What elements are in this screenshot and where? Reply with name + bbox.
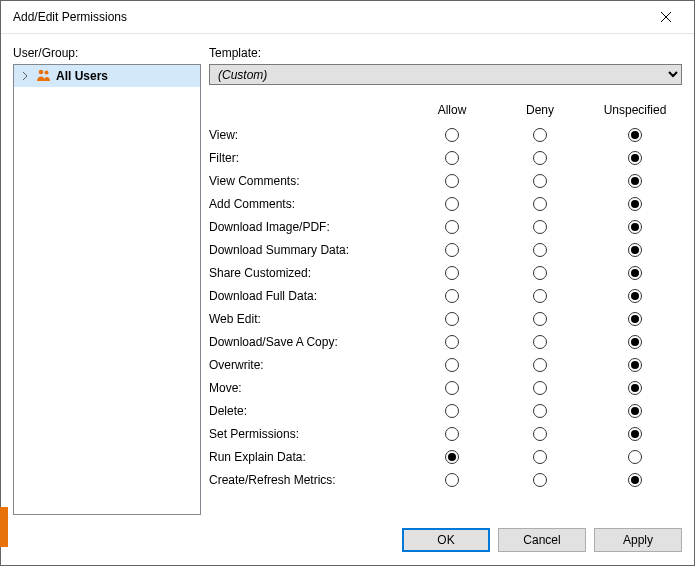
permission-name: Share Customized: bbox=[209, 266, 412, 280]
permission-name: Download Full Data: bbox=[209, 289, 412, 303]
permission-row: Download Full Data: bbox=[209, 284, 682, 307]
permission-name: Overwrite: bbox=[209, 358, 412, 372]
column-header-allow: Allow bbox=[412, 103, 492, 117]
permission-row: Download Summary Data: bbox=[209, 238, 682, 261]
permission-row: Move: bbox=[209, 376, 682, 399]
radio-unspec[interactable] bbox=[628, 404, 642, 418]
radio-deny[interactable] bbox=[533, 404, 547, 418]
radio-deny[interactable] bbox=[533, 358, 547, 372]
permissions-table: Allow Deny Unspecified View:Filter:View … bbox=[209, 103, 682, 491]
permission-row: View Comments: bbox=[209, 169, 682, 192]
radio-allow[interactable] bbox=[445, 289, 459, 303]
radio-unspec[interactable] bbox=[628, 151, 642, 165]
permission-row: Delete: bbox=[209, 399, 682, 422]
radio-deny[interactable] bbox=[533, 381, 547, 395]
dialog-footer: OK Cancel Apply bbox=[1, 515, 694, 565]
apply-button[interactable]: Apply bbox=[594, 528, 682, 552]
svg-point-3 bbox=[45, 70, 49, 74]
permissions-panel: Template: (Custom) Allow Deny Unspecifie… bbox=[209, 46, 682, 515]
radio-deny[interactable] bbox=[533, 243, 547, 257]
radio-deny[interactable] bbox=[533, 266, 547, 280]
radio-unspec[interactable] bbox=[628, 128, 642, 142]
radio-unspec[interactable] bbox=[628, 473, 642, 487]
chevron-right-icon[interactable] bbox=[18, 69, 32, 83]
radio-unspec[interactable] bbox=[628, 243, 642, 257]
tree-item-label: All Users bbox=[56, 69, 108, 83]
radio-deny[interactable] bbox=[533, 473, 547, 487]
dialog-title: Add/Edit Permissions bbox=[9, 10, 646, 24]
radio-unspec[interactable] bbox=[628, 312, 642, 326]
radio-deny[interactable] bbox=[533, 427, 547, 441]
close-button[interactable] bbox=[646, 3, 686, 31]
radio-allow[interactable] bbox=[445, 174, 459, 188]
radio-unspec[interactable] bbox=[628, 427, 642, 441]
permission-row: Share Customized: bbox=[209, 261, 682, 284]
radio-deny[interactable] bbox=[533, 151, 547, 165]
radio-allow[interactable] bbox=[445, 197, 459, 211]
radio-deny[interactable] bbox=[533, 312, 547, 326]
accent-strip bbox=[0, 507, 8, 547]
dialog-body: User/Group: All Users Template: (Custom) bbox=[1, 34, 694, 515]
close-icon bbox=[661, 12, 671, 22]
radio-unspec[interactable] bbox=[628, 450, 642, 464]
radio-allow[interactable] bbox=[445, 312, 459, 326]
radio-deny[interactable] bbox=[533, 335, 547, 349]
permissions-rows: View:Filter:View Comments:Add Comments:D… bbox=[209, 123, 682, 491]
permission-name: Move: bbox=[209, 381, 412, 395]
radio-deny[interactable] bbox=[533, 174, 547, 188]
radio-allow[interactable] bbox=[445, 266, 459, 280]
radio-allow[interactable] bbox=[445, 243, 459, 257]
permission-name: Create/Refresh Metrics: bbox=[209, 473, 412, 487]
tree-item-all-users[interactable]: All Users bbox=[14, 65, 200, 87]
radio-deny[interactable] bbox=[533, 289, 547, 303]
radio-unspec[interactable] bbox=[628, 358, 642, 372]
radio-unspec[interactable] bbox=[628, 289, 642, 303]
user-group-panel: User/Group: All Users bbox=[13, 46, 201, 515]
radio-allow[interactable] bbox=[445, 404, 459, 418]
radio-deny[interactable] bbox=[533, 128, 547, 142]
permission-name: Set Permissions: bbox=[209, 427, 412, 441]
radio-allow[interactable] bbox=[445, 151, 459, 165]
radio-unspec[interactable] bbox=[628, 220, 642, 234]
radio-unspec[interactable] bbox=[628, 197, 642, 211]
radio-unspec[interactable] bbox=[628, 266, 642, 280]
radio-deny[interactable] bbox=[533, 197, 547, 211]
permission-name: Download Summary Data: bbox=[209, 243, 412, 257]
radio-allow[interactable] bbox=[445, 220, 459, 234]
column-header-deny: Deny bbox=[492, 103, 588, 117]
permission-row: Download/Save A Copy: bbox=[209, 330, 682, 353]
radio-unspec[interactable] bbox=[628, 381, 642, 395]
radio-allow[interactable] bbox=[445, 381, 459, 395]
radio-deny[interactable] bbox=[533, 450, 547, 464]
radio-unspec[interactable] bbox=[628, 174, 642, 188]
radio-unspec[interactable] bbox=[628, 335, 642, 349]
radio-allow[interactable] bbox=[445, 358, 459, 372]
ok-button[interactable]: OK bbox=[402, 528, 490, 552]
permission-name: Add Comments: bbox=[209, 197, 412, 211]
permissions-dialog: Add/Edit Permissions User/Group: All Use… bbox=[0, 0, 695, 566]
permission-name: Download Image/PDF: bbox=[209, 220, 412, 234]
svg-point-2 bbox=[39, 69, 44, 74]
radio-allow[interactable] bbox=[445, 473, 459, 487]
permission-row: View: bbox=[209, 123, 682, 146]
users-icon bbox=[36, 68, 52, 85]
radio-allow[interactable] bbox=[445, 335, 459, 349]
permissions-header: Allow Deny Unspecified bbox=[209, 103, 682, 117]
cancel-button[interactable]: Cancel bbox=[498, 528, 586, 552]
radio-allow[interactable] bbox=[445, 450, 459, 464]
template-label: Template: bbox=[209, 46, 682, 60]
permission-name: View Comments: bbox=[209, 174, 412, 188]
radio-allow[interactable] bbox=[445, 128, 459, 142]
template-select[interactable]: (Custom) bbox=[209, 64, 682, 85]
permission-row: Set Permissions: bbox=[209, 422, 682, 445]
permission-name: View: bbox=[209, 128, 412, 142]
permission-row: Download Image/PDF: bbox=[209, 215, 682, 238]
permission-row: Filter: bbox=[209, 146, 682, 169]
user-group-label: User/Group: bbox=[13, 46, 201, 60]
permission-row: Add Comments: bbox=[209, 192, 682, 215]
user-group-tree[interactable]: All Users bbox=[13, 64, 201, 515]
permission-name: Run Explain Data: bbox=[209, 450, 412, 464]
radio-deny[interactable] bbox=[533, 220, 547, 234]
radio-allow[interactable] bbox=[445, 427, 459, 441]
permission-row: Web Edit: bbox=[209, 307, 682, 330]
